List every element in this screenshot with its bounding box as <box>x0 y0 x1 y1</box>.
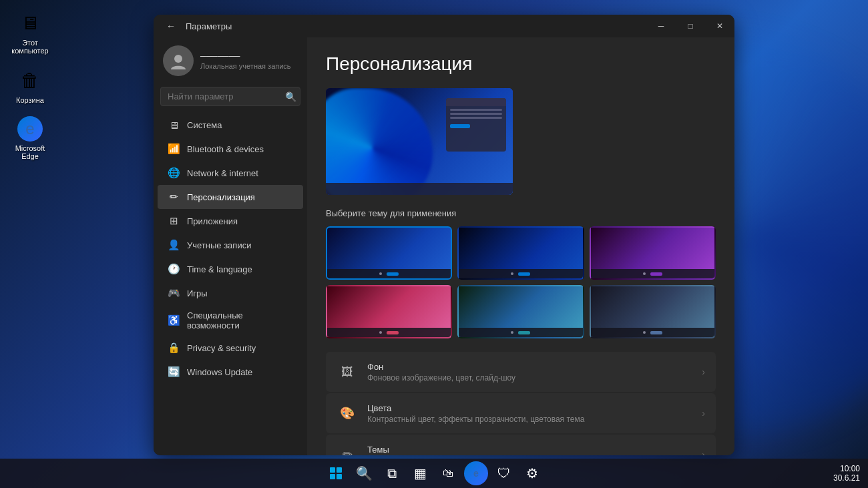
preview-button <box>450 124 470 128</box>
taskbar-time-display: 10:00 <box>833 464 860 473</box>
settings-item-background[interactable]: 🖼 Фон Фоновое изображение, цвет, слайд-ш… <box>326 352 716 392</box>
search-box: 🔍 <box>160 87 300 106</box>
system-nav-icon: 🖥 <box>167 118 180 132</box>
sidebar-item-network[interactable]: 🌐 Network & internet <box>158 161 303 185</box>
sidebar-item-update[interactable]: 🔄 Windows Update <box>158 360 303 384</box>
titlebar: ← Параметры ─ □ ✕ <box>154 15 734 37</box>
sidebar-item-time[interactable]: 🕐 Time & language <box>158 257 303 281</box>
page-title: Персонализация <box>326 53 716 75</box>
search-icon[interactable]: 🔍 <box>285 91 296 102</box>
update-nav-icon: 🔄 <box>167 365 180 379</box>
taskbar-start-button[interactable] <box>324 461 348 485</box>
preview-window <box>446 98 506 152</box>
theme-card-6-bar <box>591 328 714 337</box>
trash-label: Корзина <box>16 96 44 104</box>
main-panel: Персонализация <box>307 37 734 455</box>
titlebar-title: Параметры <box>186 21 232 31</box>
theme-card-3-bar <box>591 269 714 278</box>
preview-window-lines <box>446 106 506 121</box>
games-nav-icon: 🎮 <box>167 286 180 300</box>
minimize-button[interactable]: ─ <box>646 15 676 37</box>
taskbar-center: 🔍 ⧉ ▦ 🛍 e 🛡 ⚙ <box>324 461 544 485</box>
theme-card-5[interactable] <box>457 285 584 338</box>
theme-card-2[interactable] <box>457 226 584 280</box>
games-nav-label: Игры <box>187 288 208 298</box>
sidebar-item-bluetooth[interactable]: 📶 Bluetooth & devices <box>158 137 303 161</box>
trash-icon: 🗑 <box>17 67 43 93</box>
theme-card-4[interactable] <box>326 285 452 338</box>
sidebar-nav: 🖥 Система 📶 Bluetooth & devices 🌐 Networ… <box>154 113 307 384</box>
background-title: Фон <box>367 362 702 372</box>
themes-icon: ✏ <box>337 444 358 455</box>
update-nav-label: Windows Update <box>187 367 252 377</box>
back-button[interactable]: ← <box>162 17 180 35</box>
taskbar-search-button[interactable]: 🔍 <box>352 461 376 485</box>
theme-grid <box>326 226 716 338</box>
maximize-icon: □ <box>688 21 692 31</box>
taskbar-settings-button[interactable]: ⚙ <box>520 461 544 485</box>
time-nav-icon: 🕐 <box>167 262 180 276</box>
svg-rect-2 <box>337 467 342 473</box>
desktop-icon-computer[interactable]: 🖥 Этоткомпьютер <box>7 7 53 57</box>
taskbar-shield-button[interactable]: 🛡 <box>492 461 516 485</box>
search-input[interactable] <box>160 87 300 106</box>
profile-info: ─────── Локальная учетная запись <box>200 51 291 70</box>
profile-name: ─────── <box>200 51 291 61</box>
theme-card-2-bar <box>459 269 582 278</box>
preview-background <box>326 88 513 195</box>
settings-window: ← Параметры ─ □ ✕ <box>154 15 734 455</box>
desktop: 🖥 Этоткомпьютер 🗑 Корзина e MicrosoftEdg… <box>0 0 868 488</box>
colors-text: Цвета Контрастный цвет, эффекты прозрачн… <box>367 403 702 424</box>
sidebar-item-accounts[interactable]: 👤 Учетные записи <box>158 233 303 257</box>
sidebar-item-privacy[interactable]: 🔒 Privacy & security <box>158 336 303 360</box>
theme-card-6[interactable] <box>590 285 716 338</box>
desktop-icons-container: 🖥 Этоткомпьютер 🗑 Корзина e MicrosoftEdg… <box>7 7 53 163</box>
colors-title: Цвета <box>367 403 702 413</box>
background-arrow-icon: › <box>702 367 705 377</box>
personalization-nav-label: Персонализация <box>187 192 255 202</box>
theme-card-5-bar <box>459 328 582 337</box>
svg-rect-1 <box>330 467 335 473</box>
themes-text: Темы Установка, создание, управление <box>367 445 702 456</box>
preview-line-2 <box>450 113 502 115</box>
taskbar-widgets-button[interactable]: ▦ <box>408 461 432 485</box>
profile-section[interactable]: ─────── Локальная учетная запись <box>154 37 307 87</box>
colors-arrow-icon: › <box>702 408 705 419</box>
close-button[interactable]: ✕ <box>705 15 734 37</box>
taskbar-edge-button[interactable]: e <box>464 461 488 485</box>
accessibility-nav-icon: ♿ <box>167 314 180 327</box>
sidebar-item-personalization[interactable]: ✏ Персонализация <box>158 185 303 209</box>
sidebar-item-apps[interactable]: ⊞ Приложения <box>158 209 303 233</box>
accounts-nav-icon: 👤 <box>167 238 180 252</box>
theme-card-3[interactable] <box>590 226 716 280</box>
theme-section-label: Выберите тему для применения <box>326 208 716 218</box>
svg-rect-3 <box>330 474 335 479</box>
taskbar-store-button[interactable]: 🛍 <box>436 461 460 485</box>
desktop-icon-edge[interactable]: e MicrosoftEdge <box>7 113 53 163</box>
preview-line-1 <box>450 109 502 111</box>
privacy-nav-icon: 🔒 <box>167 341 180 354</box>
settings-item-colors[interactable]: 🎨 Цвета Контрастный цвет, эффекты прозра… <box>326 393 716 433</box>
taskbar: 🔍 ⧉ ▦ 🛍 e 🛡 ⚙ 10:00 30.6.21 <box>0 459 868 488</box>
taskbar-taskview-button[interactable]: ⧉ <box>380 461 404 485</box>
network-nav-label: Network & internet <box>187 168 258 178</box>
privacy-nav-label: Privacy & security <box>187 343 256 353</box>
preview-line-3 <box>450 117 502 119</box>
taskbar-date-display: 30.6.21 <box>833 473 860 483</box>
background-desc: Фоновое изображение, цвет, слайд-шоу <box>367 373 702 383</box>
sidebar-item-accessibility[interactable]: ♿ Специальные возможности <box>158 305 303 336</box>
sidebar-item-games[interactable]: 🎮 Игры <box>158 281 303 305</box>
maximize-button[interactable]: □ <box>676 15 705 37</box>
titlebar-controls: ─ □ ✕ <box>646 15 734 37</box>
background-text: Фон Фоновое изображение, цвет, слайд-шоу <box>367 362 702 383</box>
desktop-icon-trash[interactable]: 🗑 Корзина <box>7 64 53 107</box>
system-nav-label: Система <box>187 120 222 130</box>
sidebar-item-system[interactable]: 🖥 Система <box>158 113 303 137</box>
theme-preview <box>326 88 513 195</box>
settings-item-themes[interactable]: ✏ Темы Установка, создание, управление › <box>326 435 716 455</box>
close-icon: ✕ <box>716 21 723 31</box>
theme-card-1[interactable] <box>326 226 452 280</box>
preview-bloom-decoration <box>326 88 433 195</box>
personalization-nav-icon: ✏ <box>167 190 180 204</box>
themes-title: Темы <box>367 445 702 455</box>
